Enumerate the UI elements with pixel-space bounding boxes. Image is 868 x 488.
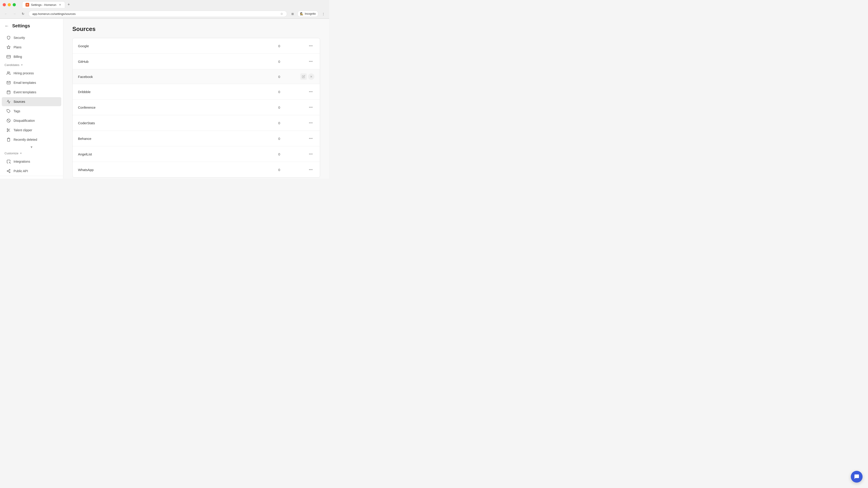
forward-nav-btn[interactable]: →	[11, 11, 18, 17]
sidebar-header: ← Settings	[0, 23, 63, 33]
source-name-google: Google	[78, 44, 278, 48]
shield-icon	[6, 35, 11, 40]
sidebar-item-security[interactable]: Security	[2, 33, 61, 42]
api-icon	[6, 169, 11, 173]
address-bar: ← → ↻ app.homerun.co/settings/sources ☆ …	[0, 9, 329, 19]
source-name-coderstats: CoderStats	[78, 121, 278, 125]
tab-favicon: H	[26, 3, 29, 6]
source-row-facebook: Facebook 0	[72, 69, 320, 84]
source-name-dribbble: Dribbble	[78, 90, 278, 94]
svg-point-11	[7, 129, 8, 130]
source-name-whatsapp: WhatsApp	[78, 168, 278, 172]
sidebar-item-integrations[interactable]: Integrations	[2, 157, 61, 166]
source-menu-btn-angellist[interactable]: •••	[307, 151, 314, 158]
source-row-coderstats: CoderStats 0 •••	[72, 115, 320, 131]
svg-line-20	[8, 170, 9, 171]
source-row-dribbble: Dribbble 0 •••	[72, 84, 320, 100]
source-menu-btn-github[interactable]: •••	[307, 58, 314, 65]
bookmark-icon[interactable]: ☆	[280, 12, 283, 15]
source-menu-btn-dribbble[interactable]: •••	[307, 88, 314, 95]
sidebar-item-tags[interactable]: Tags	[2, 107, 61, 116]
sidebar-label-sources: Sources	[13, 100, 25, 103]
source-actions-angellist: •••	[296, 151, 314, 158]
title-bar: ✕ − + H Settings - Homerun ✕ +	[0, 0, 329, 9]
billing-icon	[6, 55, 11, 59]
sidebar-label-tags: Tags	[13, 109, 20, 113]
sidebar-item-talent-clipper[interactable]: Talent clipper	[2, 126, 61, 135]
source-count-coderstats: 0	[278, 121, 296, 125]
svg-point-3	[7, 72, 9, 73]
tab-close-btn[interactable]: ✕	[58, 3, 62, 6]
close-window-btn[interactable]: ✕	[3, 3, 6, 6]
sidebar-item-email-templates[interactable]: Email templates	[2, 78, 61, 87]
sidebar-item-public-api[interactable]: Public API	[2, 166, 61, 175]
source-row-behance: Behance 0 •••	[72, 131, 320, 147]
source-menu-btn-conference[interactable]: •••	[307, 104, 314, 111]
sidebar-item-disqualification[interactable]: Disqualification	[2, 116, 61, 125]
svg-line-15	[8, 129, 8, 130]
source-actions-coderstats: •••	[296, 119, 314, 127]
window-controls: ✕ − +	[3, 3, 16, 6]
sidebar-label-public-api: Public API	[13, 169, 28, 173]
app-layout: ← Settings Security Plans	[0, 19, 329, 179]
source-actions-whatsapp: •••	[296, 166, 314, 173]
source-actions-facebook	[296, 73, 314, 80]
source-menu-btn-coderstats[interactable]: •••	[307, 119, 314, 127]
sidebar: ← Settings Security Plans	[0, 19, 63, 179]
integrations-icon	[6, 159, 11, 164]
customize-section-label[interactable]: Customize ▼	[0, 150, 63, 157]
browser-menu-btn[interactable]: ⋮	[320, 11, 327, 17]
incognito-badge[interactable]: 🕵 Incognito	[298, 11, 318, 17]
browser-tab[interactable]: H Settings - Homerun ✕	[22, 1, 65, 8]
source-count-behance: 0	[278, 137, 296, 140]
source-count-angellist: 0	[278, 152, 296, 156]
source-menu-btn-google[interactable]: •••	[307, 42, 314, 50]
source-row-github: GitHub 0 •••	[72, 54, 320, 69]
source-row-google: Google 0 •••	[72, 38, 320, 54]
svg-rect-4	[7, 91, 10, 94]
minimize-window-btn[interactable]: −	[8, 3, 11, 6]
back-nav-btn[interactable]: ←	[3, 11, 9, 17]
sidebar-item-hiring-process[interactable]: Hiring process	[2, 69, 61, 78]
back-to-app-btn[interactable]: ←	[4, 23, 9, 29]
sidebar-item-sources[interactable]: Sources	[2, 97, 61, 106]
reload-btn[interactable]: ↻	[20, 11, 26, 17]
source-edit-btn-facebook[interactable]	[301, 73, 307, 80]
candidates-section-label[interactable]: Candidates ▼	[0, 61, 63, 68]
source-actions-google: •••	[296, 42, 314, 50]
url-text: app.homerun.co/settings/sources	[32, 12, 278, 15]
customize-label: Customize	[4, 152, 18, 155]
source-menu-btn-behance[interactable]: •••	[307, 135, 314, 142]
plans-icon	[6, 45, 11, 50]
sidebar-item-recently-deleted[interactable]: Recently deleted	[2, 135, 61, 144]
sidebar-label-talent-clipper: Talent clipper	[13, 128, 32, 132]
email-icon	[6, 80, 11, 85]
source-actions-behance: •••	[296, 135, 314, 142]
svg-marker-0	[7, 46, 10, 49]
source-row-conference: Conference 0 •••	[72, 100, 320, 115]
browser-actions: ⊞ 🕵 Incognito ⋮	[289, 11, 327, 17]
svg-line-14	[9, 131, 10, 131]
sidebar-item-plans[interactable]: Plans	[2, 43, 61, 52]
source-delete-btn-facebook[interactable]	[308, 73, 314, 80]
sidebar-label-disqualification: Disqualification	[13, 119, 35, 123]
sidebar-title: Settings	[12, 23, 30, 29]
sources-table: Google 0 ••• GitHub 0 ••• Facebook 0	[72, 38, 320, 177]
sidebar-item-billing[interactable]: Billing	[2, 52, 61, 61]
incognito-label: Incognito	[305, 12, 316, 15]
source-count-conference: 0	[278, 105, 296, 109]
source-count-whatsapp: 0	[278, 168, 296, 172]
source-name-conference: Conference	[78, 105, 278, 109]
event-icon	[6, 90, 11, 94]
extensions-btn[interactable]: ⊞	[289, 11, 296, 17]
source-count-facebook: 0	[278, 75, 296, 78]
maximize-window-btn[interactable]: +	[13, 3, 16, 6]
sidebar-label-integrations: Integrations	[13, 160, 30, 163]
sidebar-item-event-templates[interactable]: Event templates	[2, 88, 61, 97]
source-count-github: 0	[278, 60, 296, 64]
new-tab-btn[interactable]: +	[66, 2, 72, 8]
disqualification-icon	[6, 119, 11, 123]
url-bar[interactable]: app.homerun.co/settings/sources ☆	[29, 11, 287, 17]
source-menu-btn-whatsapp[interactable]: •••	[307, 166, 314, 173]
hiring-icon	[6, 71, 11, 75]
